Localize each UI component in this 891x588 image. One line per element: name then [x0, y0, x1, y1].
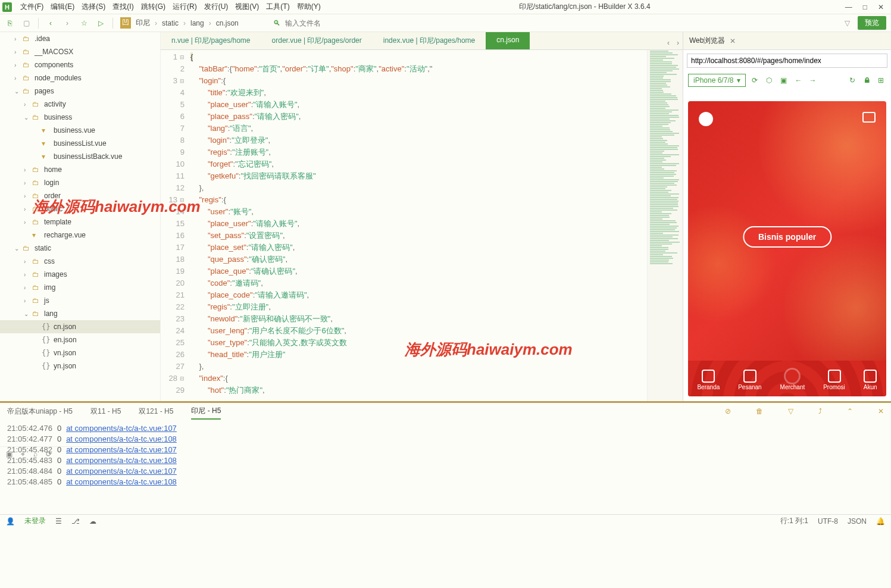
filter-icon[interactable]: ▽ — [788, 407, 793, 415]
file-search-input[interactable] — [285, 19, 404, 27]
encoding[interactable]: UTF-8 — [818, 517, 838, 526]
tree-item[interactable]: ›🗀css — [0, 255, 160, 268]
new-file-icon[interactable]: ⎘ — [5, 18, 14, 28]
device-preview[interactable]: Bisnis populer BerandaPesananMerchantPro… — [688, 101, 886, 396]
tree-item[interactable]: ▾business.vue — [0, 124, 160, 137]
lock-icon[interactable]: 🔒︎ — [864, 76, 872, 85]
menu-item[interactable]: 工具(T) — [262, 1, 293, 12]
tree-item[interactable]: ›🗀js — [0, 294, 160, 307]
project-badge[interactable]: 凹 — [120, 17, 131, 29]
browser-url-input[interactable] — [687, 54, 887, 68]
search-icon[interactable]: 🔍︎ — [272, 18, 282, 28]
tree-item[interactable]: ›🗀activity — [0, 98, 160, 111]
tree-item[interactable]: {}vn.json — [0, 346, 160, 359]
open-folder-icon[interactable]: ▢ — [21, 18, 31, 28]
popular-button[interactable]: Bisnis populer — [743, 226, 831, 248]
console-link[interactable]: at components/a-tc/a-tc.vue:107 — [66, 423, 177, 434]
close-icon[interactable]: ✕ — [878, 3, 884, 11]
tree-item[interactable]: ⌄🗀lang — [0, 307, 160, 320]
login-status[interactable]: 未登录 — [24, 516, 46, 526]
stop-icon[interactable]: ⊘ — [725, 407, 731, 415]
nav-fwd-icon[interactable]: → — [809, 76, 817, 85]
tab-next-icon[interactable]: › — [673, 36, 683, 49]
tree-item[interactable]: ⌄🗀static — [0, 242, 160, 255]
console-tab[interactable]: 印尼 - H5 — [191, 404, 221, 420]
menu-item[interactable]: 选择(S) — [78, 1, 109, 12]
tree-item[interactable]: ›🗀__MACOSX — [0, 45, 160, 58]
tree-item[interactable]: ›🗀login — [0, 176, 160, 189]
minimap[interactable] — [647, 50, 683, 401]
notification-icon[interactable]: 🔔 — [876, 517, 885, 526]
tree-item[interactable]: {}en.json — [0, 333, 160, 346]
console-tab[interactable]: 双121 - H5 — [139, 404, 173, 419]
tree-item[interactable]: ›🗀node_modules — [0, 71, 160, 85]
user-icon[interactable]: 👤 — [6, 517, 15, 526]
nav-back-icon[interactable]: ← — [795, 76, 803, 85]
nav-item[interactable]: Akun — [864, 370, 877, 390]
menu-item[interactable]: 视图(V) — [232, 1, 262, 12]
run-icon[interactable]: ▷ — [96, 18, 105, 28]
console-tab[interactable]: 双11 - H5 — [90, 404, 121, 419]
list-icon[interactable]: ☰ — [55, 517, 62, 526]
tree-item[interactable]: ›🗀.idea — [0, 32, 160, 45]
menu-item[interactable]: 发行(U) — [201, 1, 232, 12]
menu-item[interactable]: 帮助(Y) — [293, 1, 324, 12]
language-mode[interactable]: JSON — [848, 517, 867, 526]
tree-item[interactable]: ›🗀components — [0, 58, 160, 71]
editor-tab[interactable]: n.vue | 印尼/pages/home — [161, 32, 261, 49]
minimize-icon[interactable]: — — [845, 3, 852, 11]
tree-item[interactable]: ⌄🗀pages — [0, 85, 160, 98]
device-select[interactable]: iPhone 6/7/8▾ — [688, 74, 746, 87]
nav-item[interactable]: Pesanan — [738, 370, 761, 390]
tree-item[interactable]: ›🗀img — [0, 281, 160, 294]
reload-icon[interactable]: ↻ — [849, 76, 858, 85]
tree-item[interactable]: {}cn.json — [0, 320, 160, 333]
console-link[interactable]: at components/a-tc/a-tc.vue:108 — [66, 434, 177, 445]
nav-item[interactable]: Merchant — [780, 370, 805, 390]
filter-icon[interactable]: ▽ — [842, 18, 852, 28]
editor-tab[interactable]: cn.json — [486, 32, 530, 49]
clear-icon[interactable]: 🗑 — [756, 407, 763, 415]
maximize-icon[interactable]: □ — [863, 3, 867, 11]
tab-prev-icon[interactable]: ‹ — [664, 36, 673, 49]
collapse-icon[interactable]: ⌃ — [847, 407, 853, 415]
close-panel-icon[interactable]: ✕ — [878, 407, 884, 415]
editor-tab[interactable]: index.vue | 印尼/pages/home — [373, 32, 486, 49]
tree-item[interactable]: ›🗀images — [0, 268, 160, 281]
devtools-icon[interactable]: ⬡ — [766, 76, 774, 85]
browser-tab-label[interactable]: Web浏览器 — [689, 36, 725, 46]
nav-item[interactable]: Promosi — [823, 370, 845, 390]
back-icon[interactable]: ‹ — [46, 18, 55, 28]
star-icon[interactable]: ☆ — [79, 18, 89, 28]
forward-icon[interactable]: › — [62, 18, 72, 28]
menu-item[interactable]: 跳转(G) — [137, 1, 169, 12]
refresh-icon[interactable]: ⟳ — [752, 76, 760, 85]
tree-item[interactable]: ▾businessList.vue — [0, 137, 160, 150]
editor-tab[interactable]: order.vue | 印尼/pages/order — [261, 32, 373, 49]
menu-item[interactable]: 编辑(E) — [47, 1, 78, 12]
tree-item[interactable]: ›🗀public — [0, 202, 160, 215]
tree-item[interactable]: ▾recharge.vue — [0, 229, 160, 242]
avatar-icon[interactable] — [699, 112, 713, 126]
tree-item[interactable]: ⌄🗀business — [0, 111, 160, 124]
grid-icon[interactable]: ⊞ — [878, 76, 886, 85]
cloud-icon[interactable]: ☁ — [89, 517, 96, 526]
message-icon[interactable] — [862, 112, 876, 123]
console-tab[interactable]: 帝启版本uniapp - H5 — [7, 404, 73, 419]
tree-item[interactable]: {}yn.json — [0, 359, 160, 373]
preview-button[interactable]: 预览 — [858, 16, 886, 30]
branch-icon[interactable]: ⎇ — [71, 517, 80, 526]
tree-item[interactable]: ›🗀order — [0, 189, 160, 202]
screenshot-icon[interactable]: ▣ — [780, 76, 789, 85]
menu-item[interactable]: 文件(F) — [17, 1, 47, 12]
tree-item[interactable]: ›🗀home — [0, 163, 160, 176]
tree-item[interactable]: ›🗀template — [0, 215, 160, 229]
console-link[interactable]: at components/a-tc/a-tc.vue:107 — [66, 466, 177, 477]
menu-item[interactable]: 查找(I) — [109, 1, 137, 12]
nav-item[interactable]: Beranda — [697, 370, 720, 390]
export-icon[interactable]: ⤴ — [818, 407, 822, 415]
tree-item[interactable]: ▾businessListBack.vue — [0, 150, 160, 163]
browser-tab-close-icon[interactable]: ✕ — [730, 37, 736, 45]
console-link[interactable]: at components/a-tc/a-tc.vue:108 — [66, 477, 177, 487]
menu-item[interactable]: 运行(R) — [169, 1, 201, 12]
